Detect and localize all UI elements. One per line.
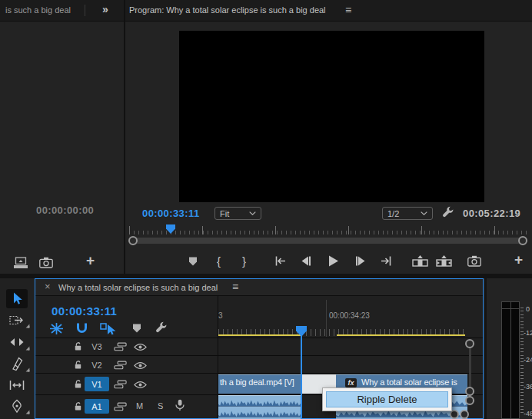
ruler-label-right: 00:00:34:23: [329, 311, 370, 320]
program-panel-menu-icon[interactable]: ≡: [345, 5, 351, 15]
step-forward-icon[interactable]: [354, 255, 367, 267]
program-settings-wrench-icon[interactable]: [442, 206, 455, 219]
chevron-down-icon: [249, 211, 256, 215]
plus-icon[interactable]: +: [514, 252, 523, 267]
mute-button[interactable]: M: [136, 401, 143, 411]
lock-icon[interactable]: [73, 401, 83, 411]
selection-tool[interactable]: [6, 289, 28, 308]
render-bar-segment: [218, 334, 301, 336]
db-label: -24: [524, 356, 532, 364]
add-marker-icon[interactable]: [131, 323, 142, 334]
program-current-timecode[interactable]: 00:00:33:11: [142, 208, 200, 219]
program-ruler-major-ticks: [129, 226, 529, 234]
nest-toggle-icon[interactable]: [49, 322, 64, 335]
clip-v1-left[interactable]: th a big deal.mp4 [V]: [218, 374, 301, 394]
mark-out-icon[interactable]: }: [242, 255, 246, 267]
track-name: V2: [91, 361, 101, 370]
zoom-level-select[interactable]: Fit: [214, 207, 261, 220]
playback-resolution-select[interactable]: 1/2: [382, 207, 433, 220]
tab-divider: [85, 5, 85, 16]
export-frame-icon[interactable]: [39, 257, 53, 268]
lift-icon[interactable]: [412, 255, 428, 267]
monitor-output-icon[interactable]: [13, 257, 28, 269]
track-name: A1: [91, 402, 101, 411]
audio-meter-bars[interactable]: [501, 301, 520, 419]
db-label: -12: [524, 329, 532, 337]
track-separator: [35, 338, 483, 338]
export-frame-icon[interactable]: [467, 255, 481, 267]
scrollbar-handle[interactable]: [460, 410, 469, 419]
voiceover-mic-icon[interactable]: [175, 399, 185, 411]
eye-icon[interactable]: [134, 361, 147, 370]
zoom-level-value: Fit: [220, 209, 229, 218]
meter-channel-divider: [510, 302, 511, 418]
meter-header-row: [502, 308, 519, 309]
timeline-panel-menu-icon[interactable]: ≡: [232, 281, 238, 292]
eye-icon[interactable]: [134, 343, 147, 351]
timeline-tab-title[interactable]: Why a total solar eclipse is such a big …: [58, 283, 218, 292]
ripple-edit-tool[interactable]: [9, 336, 25, 348]
fx-badge[interactable]: fx: [345, 378, 357, 387]
timeline-settings-wrench-icon[interactable]: [155, 321, 168, 334]
solo-button[interactable]: S: [158, 401, 163, 411]
tool-flyout-indicator: [26, 324, 30, 328]
extract-icon[interactable]: [436, 255, 452, 267]
source-tab-title[interactable]: is such a big deal: [5, 5, 71, 15]
razor-tool[interactable]: [10, 357, 24, 371]
tool-flyout-indicator: [26, 368, 30, 372]
go-to-out-icon[interactable]: [380, 255, 392, 267]
play-icon[interactable]: [327, 254, 340, 268]
pen-tool[interactable]: [10, 399, 24, 414]
track-v3-label[interactable]: V3: [85, 339, 109, 354]
slip-tool[interactable]: [9, 379, 25, 391]
panel-overflow-icon[interactable]: »: [102, 4, 108, 15]
mark-in-icon[interactable]: {: [217, 255, 221, 267]
source-patch-icon[interactable]: [114, 402, 127, 411]
render-bar-segment: [337, 334, 465, 336]
timeline-playhead-line[interactable]: [301, 331, 302, 418]
waveform-lane: [218, 407, 301, 417]
chevron-down-icon: [421, 211, 427, 215]
snap-magnet-icon[interactable]: [75, 322, 88, 335]
track-name: V3: [91, 342, 101, 351]
premiere-app-window: is such a big deal » 00:00:00:00 + Progr…: [0, 0, 532, 419]
timeline-current-timecode[interactable]: 00:00:33:11: [52, 304, 117, 318]
linked-selection-icon[interactable]: [100, 322, 117, 335]
step-back-icon[interactable]: [300, 255, 312, 267]
db-label: 0: [526, 305, 530, 313]
db-label: -48: [524, 410, 532, 417]
clip-a1-left[interactable]: [218, 395, 301, 419]
lock-icon[interactable]: [73, 341, 83, 351]
track-select-forward-tool[interactable]: [9, 314, 25, 326]
source-timecode[interactable]: 00:00:00:00: [36, 205, 94, 216]
tool-flyout-indicator: [26, 347, 30, 351]
scrollbar-handle[interactable]: [465, 387, 474, 396]
plus-icon[interactable]: +: [86, 253, 95, 268]
program-scrollbar-right-handle[interactable]: [518, 236, 527, 245]
ruler-label-left: 3: [218, 311, 223, 320]
eye-icon[interactable]: [134, 381, 147, 389]
source-patch-icon[interactable]: [114, 361, 127, 370]
close-icon[interactable]: ×: [45, 281, 51, 291]
scrollbar-handle[interactable]: [465, 396, 474, 405]
track-v1-label[interactable]: V1: [85, 377, 109, 391]
lock-icon[interactable]: [73, 360, 83, 370]
track-separator: [35, 355, 483, 356]
program-video-viewport[interactable]: [179, 31, 484, 202]
go-to-in-icon[interactable]: [274, 255, 287, 267]
scrollbar-handle[interactable]: [465, 339, 474, 348]
source-patch-icon[interactable]: [114, 342, 127, 351]
db-label: -36: [524, 383, 532, 391]
track-v2-label[interactable]: V2: [85, 357, 109, 372]
track-a1-label[interactable]: A1: [85, 399, 109, 414]
source-patch-icon[interactable]: [114, 380, 127, 389]
add-marker-icon[interactable]: [188, 256, 198, 267]
context-menu-item-ripple-delete[interactable]: Ripple Delete: [326, 391, 448, 407]
clip-label: Why a total solar eclipse is: [361, 377, 467, 387]
menu-item-label: Ripple Delete: [357, 394, 417, 405]
program-scrollbar-track[interactable]: [132, 238, 523, 244]
program-scrollbar-left-handle[interactable]: [128, 236, 138, 245]
lock-icon[interactable]: [73, 379, 83, 389]
program-tab-title[interactable]: Program: Why a total solar eclipse is su…: [129, 5, 326, 15]
track-name: V1: [91, 380, 101, 389]
